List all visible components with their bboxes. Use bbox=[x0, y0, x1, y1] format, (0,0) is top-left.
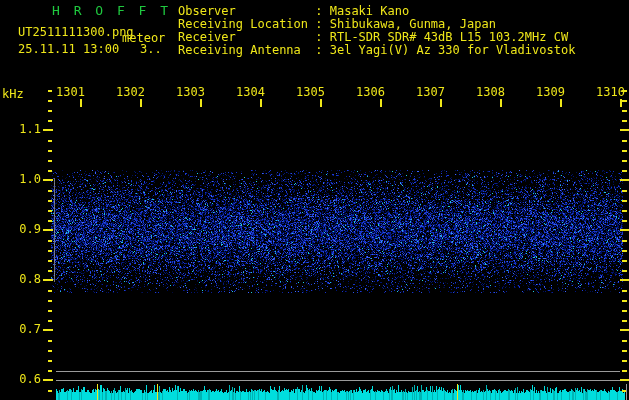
time-tick-label: 1303 bbox=[175, 86, 205, 99]
freq-minor-tick bbox=[622, 190, 627, 192]
freq-minor-tick bbox=[48, 150, 52, 152]
freq-minor-tick bbox=[48, 160, 52, 162]
time-tick-mark bbox=[200, 99, 202, 107]
freq-minor-tick bbox=[48, 190, 52, 192]
info-value: Masaki Kano bbox=[330, 4, 409, 18]
info-sep: : bbox=[315, 43, 329, 57]
time-tick-label: 1307 bbox=[415, 86, 445, 99]
info-value: Shibukawa, Gunma, Japan bbox=[330, 17, 496, 31]
freq-minor-tick bbox=[622, 150, 627, 152]
freq-minor-tick bbox=[48, 360, 52, 362]
freq-minor-tick bbox=[622, 270, 627, 272]
band-left-edge-line bbox=[54, 178, 55, 282]
station-info: Observer: Masaki Kano Receiving Location… bbox=[178, 5, 575, 57]
time-tick-mark bbox=[440, 99, 442, 107]
info-sep: : bbox=[315, 17, 329, 31]
echo-count-label: 3.. bbox=[140, 43, 162, 56]
time-tick-mark bbox=[380, 99, 382, 107]
time-tick-mark bbox=[140, 99, 142, 107]
freq-minor-tick bbox=[622, 300, 627, 302]
freq-major-tick bbox=[620, 329, 629, 331]
freq-major-tick bbox=[43, 129, 53, 131]
freq-minor-tick bbox=[622, 120, 627, 122]
freq-tick-label: 0.7 bbox=[0, 323, 41, 336]
freq-minor-tick bbox=[622, 370, 627, 372]
info-sep: : bbox=[315, 4, 329, 18]
freq-tick-label: 1.1 bbox=[0, 123, 41, 136]
freq-minor-tick bbox=[622, 90, 627, 92]
datetime-label: 25.11.11 13:00 bbox=[18, 43, 119, 56]
freq-minor-tick bbox=[622, 360, 627, 362]
app-title: H R O F F T bbox=[52, 4, 171, 18]
freq-major-tick bbox=[620, 179, 629, 181]
freq-minor-tick bbox=[48, 320, 52, 322]
freq-tick-label: 0.8 bbox=[0, 273, 41, 286]
spectrogram-canvas bbox=[0, 0, 629, 400]
freq-minor-tick bbox=[48, 110, 52, 112]
time-tick-label: 1308 bbox=[475, 86, 505, 99]
freq-minor-tick bbox=[622, 290, 627, 292]
time-tick-mark bbox=[320, 99, 322, 107]
time-tick-label: 1309 bbox=[535, 86, 565, 99]
info-value: 3el Yagi(V) Az 330 for Vladivostok bbox=[330, 43, 576, 57]
freq-tick-label: 1.0 bbox=[0, 173, 41, 186]
freq-minor-tick bbox=[48, 210, 52, 212]
time-tick-mark bbox=[80, 99, 82, 107]
freq-major-tick bbox=[43, 379, 53, 381]
freq-major-tick bbox=[620, 129, 629, 131]
time-tick-label: 1301 bbox=[55, 86, 85, 99]
freq-minor-tick bbox=[48, 370, 52, 372]
freq-minor-tick bbox=[48, 120, 52, 122]
freq-tick-label: 0.6 bbox=[0, 373, 41, 386]
time-tick-mark bbox=[560, 99, 562, 107]
time-tick-label: 1306 bbox=[355, 86, 385, 99]
time-tick-label: 1302 bbox=[115, 86, 145, 99]
time-tick-label: 1305 bbox=[295, 86, 325, 99]
time-tick-mark bbox=[500, 99, 502, 107]
freq-minor-tick bbox=[622, 140, 627, 142]
info-value: RTL-SDR SDR# 43dB L15 103.2MHz CW bbox=[330, 30, 568, 44]
freq-minor-tick bbox=[48, 240, 52, 242]
freq-minor-tick bbox=[48, 90, 52, 92]
freq-minor-tick bbox=[622, 200, 627, 202]
freq-minor-tick bbox=[622, 170, 627, 172]
freq-minor-tick bbox=[622, 220, 627, 222]
freq-minor-tick bbox=[48, 170, 52, 172]
time-tick-label: 1304 bbox=[235, 86, 265, 99]
freq-minor-tick bbox=[48, 350, 52, 352]
freq-tick-label: 0.9 bbox=[0, 223, 41, 236]
freq-minor-tick bbox=[622, 310, 627, 312]
freq-minor-tick bbox=[48, 220, 52, 222]
freq-minor-tick bbox=[48, 260, 52, 262]
freq-minor-tick bbox=[48, 140, 52, 142]
freq-major-tick bbox=[620, 279, 629, 281]
freq-minor-tick bbox=[622, 100, 627, 102]
freq-minor-tick bbox=[622, 210, 627, 212]
freq-minor-tick bbox=[622, 250, 627, 252]
freq-minor-tick bbox=[48, 290, 52, 292]
freq-minor-tick bbox=[622, 340, 627, 342]
freq-minor-tick bbox=[48, 300, 52, 302]
freq-minor-tick bbox=[48, 250, 52, 252]
station-info-row: Receiving Antenna: 3el Yagi(V) Az 330 fo… bbox=[178, 44, 575, 57]
freq-minor-tick bbox=[48, 390, 52, 392]
freq-major-tick bbox=[43, 229, 53, 231]
output-filename: UT2511111300.png bbox=[18, 26, 134, 39]
freq-major-tick bbox=[43, 329, 53, 331]
freq-major-tick bbox=[620, 229, 629, 231]
y-axis-unit-label: kHz bbox=[2, 88, 24, 101]
freq-minor-tick bbox=[622, 320, 627, 322]
freq-minor-tick bbox=[622, 160, 627, 162]
info-sep: : bbox=[315, 30, 329, 44]
freq-minor-tick bbox=[48, 310, 52, 312]
time-tick-mark bbox=[260, 99, 262, 107]
freq-major-tick bbox=[620, 379, 629, 381]
time-tick-label: 1310 bbox=[595, 86, 625, 99]
strip-right-edge-line bbox=[626, 384, 627, 400]
freq-minor-tick bbox=[622, 110, 627, 112]
freq-minor-tick bbox=[622, 240, 627, 242]
freq-minor-tick bbox=[48, 270, 52, 272]
info-label: Receiving Antenna bbox=[178, 44, 315, 57]
freq-minor-tick bbox=[622, 260, 627, 262]
freq-minor-tick bbox=[622, 350, 627, 352]
